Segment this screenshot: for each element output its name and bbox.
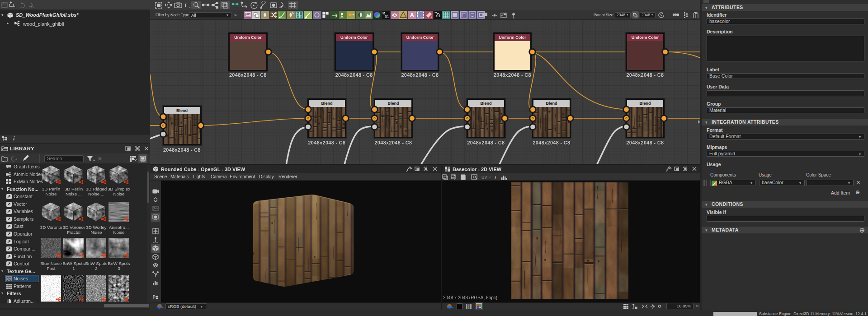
svg-text:i: i: [185, 2, 187, 8]
svg-text:A: A: [410, 12, 415, 19]
svg-text:1:1: 1:1: [167, 4, 171, 7]
svg-text:N: N: [635, 307, 637, 309]
svg-text:i: i: [495, 175, 496, 180]
svg-text:01: 01: [436, 14, 441, 18]
svg-text:UV: UV: [481, 175, 487, 180]
svg-text:01: 01: [385, 14, 390, 19]
